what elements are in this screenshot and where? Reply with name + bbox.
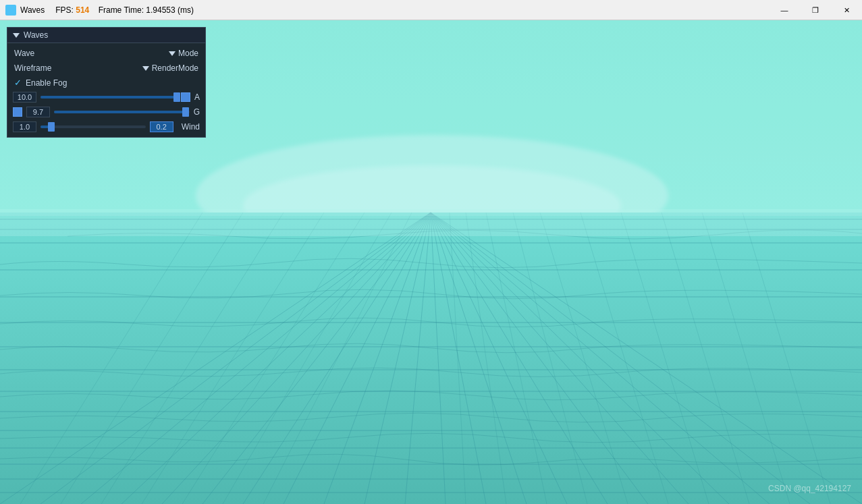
collapse-icon bbox=[13, 33, 20, 38]
fps-label: FPS: bbox=[55, 5, 74, 15]
panel-title: Waves bbox=[24, 30, 48, 40]
rendermode-dropdown-icon bbox=[142, 66, 149, 71]
wind-row: 1.0 0.2 Wind bbox=[7, 119, 205, 134]
restore-button[interactable]: ❐ bbox=[800, 0, 831, 20]
titlebar: Waves FPS: 514 Frame Time: 1.94553 (ms) … bbox=[0, 0, 862, 20]
slider-g-track[interactable] bbox=[54, 111, 190, 113]
panel-header[interactable]: Waves bbox=[7, 28, 205, 43]
slider-a-row: 10.0 A bbox=[7, 90, 205, 105]
close-button[interactable]: ✕ bbox=[831, 0, 862, 20]
wave-label: Wave bbox=[14, 49, 82, 58]
performance-stats: FPS: 514 Frame Time: 1.94553 (ms) bbox=[55, 5, 194, 15]
window-title: Waves bbox=[20, 5, 45, 15]
wind-value-right: 0.2 bbox=[150, 121, 173, 132]
fps-value: 514 bbox=[76, 5, 89, 15]
color-a-label: A bbox=[194, 92, 200, 102]
mode-dropdown-icon bbox=[169, 51, 176, 56]
control-panel: Waves Wave Mode Wireframe RenderMode bbox=[7, 27, 206, 138]
color-a-swatch[interactable] bbox=[181, 92, 190, 102]
watermark: CSDN @qq_42194127 bbox=[768, 484, 851, 493]
rendermode-label: RenderMode bbox=[152, 63, 198, 73]
fog-checkmark: ✓ bbox=[14, 78, 22, 88]
window-controls: — ❐ ✕ bbox=[769, 0, 862, 20]
slider-a-track[interactable] bbox=[41, 96, 177, 99]
frametime-value: 1.94553 (ms) bbox=[146, 5, 194, 15]
watermark-text: CSDN @qq_42194127 bbox=[768, 484, 851, 493]
app-icon bbox=[5, 5, 16, 16]
slider-a-value: 10.0 bbox=[13, 92, 36, 103]
viewport: Waves Wave Mode Wireframe RenderMode bbox=[0, 20, 862, 504]
mode-dropdown[interactable]: Mode bbox=[169, 49, 198, 58]
frametime-label: Frame Time: bbox=[99, 5, 144, 15]
rendermode-dropdown[interactable]: RenderMode bbox=[142, 63, 198, 73]
fog-checkbox-row: ✓ Enable Fog bbox=[7, 76, 205, 90]
fog-label: Enable Fog bbox=[26, 78, 67, 88]
panel-body: Wave Mode Wireframe RenderMode ✓ Enable … bbox=[7, 43, 205, 137]
wind-value-left: 1.0 bbox=[13, 121, 36, 132]
color-g-swatch[interactable] bbox=[13, 107, 22, 117]
wireframe-label: Wireframe bbox=[14, 63, 82, 73]
mode-label: Mode bbox=[178, 49, 198, 58]
svg-rect-3 bbox=[0, 213, 862, 504]
slider-g-value: 9.7 bbox=[26, 107, 50, 117]
svg-rect-59 bbox=[0, 209, 862, 236]
wind-track-left[interactable] bbox=[41, 125, 146, 128]
minimize-button[interactable]: — bbox=[769, 0, 800, 20]
wave-mode-row: Wave Mode bbox=[7, 46, 205, 61]
slider-g-row: 9.7 G bbox=[7, 105, 205, 119]
color-g-label: G bbox=[194, 107, 200, 117]
wireframe-rendermode-row: Wireframe RenderMode bbox=[7, 61, 205, 76]
wind-label: Wind bbox=[182, 122, 200, 132]
